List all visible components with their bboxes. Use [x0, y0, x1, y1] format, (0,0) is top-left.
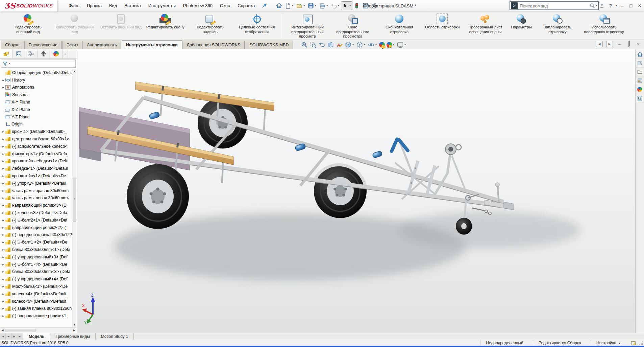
tree-item[interactable]: ▸ Мост-балка<1> (Default<<De — [0, 283, 72, 290]
ribbon-button[interactable]: Проверочный лист освещения сцены — [462, 13, 509, 38]
menu-item[interactable]: Вид — [105, 1, 121, 10]
tree-item[interactable]: ▸ балка 30x30x500mm<3> (Defa — [0, 268, 72, 276]
tree-item[interactable]: ▸ (-) колесо<3> (Default<<Defa — [0, 209, 72, 216]
ribbon-button[interactable]: Параметры — [509, 13, 534, 38]
ribbon-button[interactable]: Редактировать внешний вид — [5, 13, 51, 38]
tree-item[interactable]: ▸ кронштейн лебедки<1> (Defa — [0, 158, 72, 165]
close-button[interactable]: × — [635, 1, 644, 10]
rebuild-button[interactable] — [352, 1, 361, 10]
status-caret-icon[interactable]: ▴ — [619, 342, 620, 345]
model-tab[interactable]: Трехмерные виды — [50, 333, 95, 340]
tree-item[interactable]: ▸ часть рамы правая 30x60mm — [0, 187, 72, 194]
expand-arrow-icon[interactable]: ▸ — [1, 145, 5, 148]
scroll-left-icon[interactable]: ◀ — [0, 329, 5, 332]
expand-arrow-icon[interactable]: ▸ — [1, 137, 5, 141]
tree-item[interactable]: ▸ колесо<5> (Default<<Default — [0, 298, 72, 305]
command-tab[interactable]: Эскиз — [62, 41, 82, 49]
menu-item[interactable]: Файл — [65, 1, 83, 10]
tree-item[interactable]: ▸ (-) упор деревянный<3> (Def — [0, 253, 72, 261]
expand-arrow-icon[interactable]: ▸ — [1, 211, 5, 214]
dropdown-caret-icon[interactable]: ▾ — [352, 43, 354, 46]
expand-arrow-icon[interactable]: ▸ — [1, 263, 5, 266]
scroll-right-icon[interactable]: ▶ — [72, 329, 77, 332]
prev-tab-icon[interactable]: ◀ — [6, 333, 11, 340]
graphics-viewport[interactable]: Z X Y — [77, 49, 635, 333]
tree-item[interactable]: ▸ (-) вспомогательное колесо< — [0, 143, 72, 150]
tree-item[interactable]: ▸ крюк<1> (Default<<Default>_ — [0, 128, 72, 135]
taskpane-custom-properties-icon[interactable] — [636, 94, 644, 103]
menu-item[interactable]: Правка — [83, 1, 105, 10]
scroll-down-icon[interactable]: ▾ — [72, 323, 77, 327]
select-cursor-button[interactable]: ▾ — [341, 1, 352, 10]
doc-restore-button[interactable] — [626, 42, 632, 47]
tree-item[interactable]: ▸ Y-Z Plane — [0, 113, 72, 121]
tree-filter[interactable]: ▾ — [1, 60, 76, 68]
tree-item[interactable]: ▸ часть рамы левая 30x60mm< — [0, 194, 72, 202]
filter-caret-icon[interactable]: ▾ — [9, 62, 10, 65]
dropdown-caret-icon[interactable]: ▾ — [303, 4, 305, 7]
next-tab-icon[interactable]: ▶ — [11, 333, 17, 340]
open-button[interactable]: ▾ — [295, 1, 306, 10]
tree-item[interactable]: ▸ центральная балка 60x80<1> — [0, 135, 72, 143]
tree-item[interactable]: ▸ (-) упор деревянный<4> (Def — [0, 275, 72, 283]
ribbon-button[interactable]: Целевые состояния отображения — [233, 13, 280, 38]
tree-root[interactable]: Сборка прицеп (Default<<Defaul — [0, 69, 72, 76]
ribbon-button[interactable]: Окончательная отрисовка — [376, 13, 423, 38]
filter-funnel-icon[interactable] — [2, 61, 8, 67]
dropdown-caret-icon[interactable]: ▾ — [375, 43, 377, 46]
ribbon-button[interactable]: Область отрисовки — [423, 13, 462, 38]
dropdown-caret-icon[interactable]: ▾ — [393, 43, 394, 46]
taskpane-home-icon[interactable] — [636, 50, 644, 59]
maximize-button[interactable]: □ — [626, 1, 635, 10]
expand-arrow-icon[interactable]: ▸ — [1, 240, 5, 244]
tree-item[interactable]: ▸ (-) передняя планка 40x80x122 — [0, 231, 72, 239]
tab-featuremanager[interactable] — [0, 49, 13, 58]
taskpane-file-explorer-icon[interactable] — [636, 76, 644, 85]
expand-arrow-icon[interactable]: ▸ — [1, 285, 5, 288]
first-tab-icon[interactable]: |◀ — [0, 333, 6, 340]
tag-icon[interactable] — [631, 341, 636, 345]
tree-item[interactable]: ▸ лебедка<1> (Default<<Defaul — [0, 165, 72, 172]
dropdown-caret-icon[interactable]: ▾ — [292, 4, 293, 7]
tree-vertical-scrollbar[interactable]: ▴ ▾ — [72, 69, 77, 327]
dropdown-caret-icon[interactable]: ▾ — [404, 43, 406, 46]
home-button[interactable] — [275, 1, 283, 10]
tree-item[interactable]: ▸ Annotations — [0, 84, 72, 91]
taskpane-appearances-icon[interactable] — [636, 85, 644, 94]
dropdown-caret-icon[interactable]: ▾ — [349, 4, 351, 7]
command-tab[interactable]: Добавления SOLIDWORKS — [182, 41, 245, 49]
expand-arrow-icon[interactable]: ▸ — [1, 307, 5, 310]
command-tab[interactable]: Сборка — [1, 41, 24, 49]
tree-item[interactable]: ▸ (-) задняя планка 80x80x1260n — [0, 305, 72, 313]
tree-item[interactable]: ▸ (-) U-болт2<1> (Default<<Def — [0, 216, 72, 224]
expand-arrow-icon[interactable]: ▸ — [1, 314, 5, 318]
doc-close-button[interactable]: × — [635, 41, 641, 47]
expand-arrow-icon[interactable]: ▸ — [1, 86, 5, 89]
ribbon-button[interactable]: Копировать внешний вид — [51, 13, 98, 38]
command-tab[interactable]: SOLIDWORKS MBD — [245, 41, 293, 49]
expand-arrow-icon[interactable]: ▸ — [1, 182, 5, 185]
model-tab[interactable]: Модель — [23, 333, 50, 340]
save-button[interactable]: ▾ — [306, 1, 318, 10]
apply-scene-icon[interactable]: ▾ — [386, 41, 396, 49]
tree-item[interactable]: ▸ фиксатор<1> (Default<<Defa — [0, 150, 72, 158]
tab-displaymanager[interactable] — [50, 49, 63, 58]
hide-show-items-icon[interactable]: ▾ — [367, 41, 378, 49]
doc-minimize-button[interactable]: – — [616, 42, 622, 47]
tree-item[interactable]: ▸ X-Y Plane — [0, 98, 72, 106]
expand-arrow-icon[interactable]: ▸ — [1, 300, 5, 303]
expand-arrow-icon[interactable]: ▸ — [1, 78, 5, 82]
expand-arrow-icon[interactable]: ▸ — [1, 292, 5, 296]
menu-item[interactable]: Инструменты — [145, 1, 179, 10]
help-button[interactable]: ? — [606, 1, 615, 10]
hscroll-thumb[interactable] — [5, 329, 35, 332]
scroll-up-icon[interactable]: ▴ — [72, 69, 77, 74]
expand-arrow-icon[interactable]: ▸ — [1, 255, 5, 259]
dropdown-caret-icon[interactable]: ▾ — [326, 4, 328, 7]
tab-configurationmanager[interactable] — [25, 49, 38, 58]
taskpane-design-library-icon[interactable] — [636, 68, 644, 76]
tree-item[interactable]: ▸ балка 30x30x500mm<1> (Defa — [0, 246, 72, 253]
expand-arrow-icon[interactable]: ▸ — [1, 174, 5, 178]
menu-item[interactable]: Окно — [216, 1, 234, 10]
tree-item[interactable]: ▸ Sensors — [0, 91, 72, 98]
